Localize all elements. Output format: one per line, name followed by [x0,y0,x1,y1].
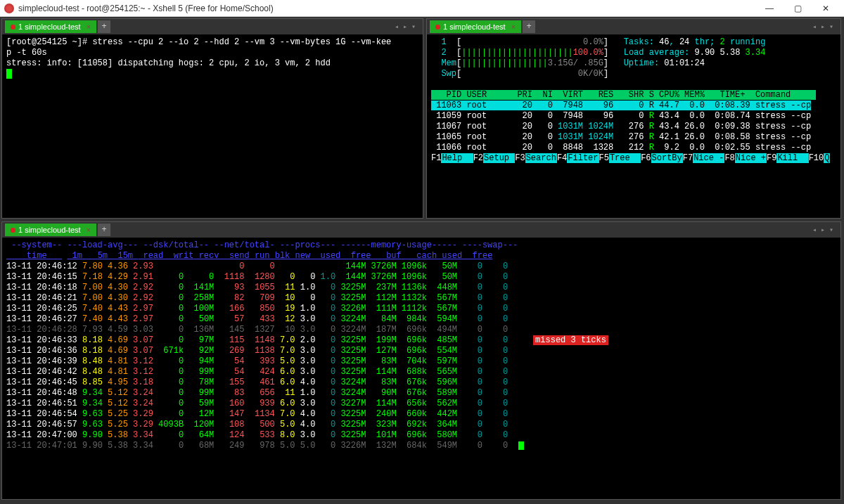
tab-terminal-3[interactable]: 1 simplecloud-test × [5,224,96,236]
app-icon [4,4,14,13]
terminal-2-panel: 1 simplecloud-test × + ◂ ▸ ▾ 1 [ 0.0%] T… [426,18,841,219]
tab-label: 1 simplecloud-test [18,226,81,234]
terminal-3-panel: 1 simplecloud-test × + ◂ ▸ ▾ --system-- … [1,221,841,500]
status-dot-icon [11,25,15,30]
close-icon[interactable]: × [87,226,91,234]
status-dot-icon [435,25,440,30]
cursor-icon [6,69,12,79]
tab-label: 1 simplecloud-test [443,22,506,31]
tab-nav-arrows[interactable]: ◂ ▸ ▾ [812,226,838,234]
tab-terminal-2[interactable]: 1 simplecloud-test × [430,20,521,33]
terminal-1-output[interactable]: [root@254125 ~]# stress --cpu 2 --io 2 -… [2,34,423,218]
close-button[interactable]: ✕ [812,4,840,13]
terminal-1-panel: 1 simplecloud-test × + ◂ ▸ ▾ [root@25412… [1,18,423,219]
add-tab-button[interactable]: + [98,224,110,236]
window-titlebar: simplecloud-test - root@254125:~ - Xshel… [0,0,844,17]
tab-terminal-1[interactable]: 1 simplecloud-test × [5,20,96,33]
htop-output[interactable]: 1 [ 0.0%] Tasks: 46, 24 thr; 2 running 2… [427,34,840,218]
tab-row-2: 1 simplecloud-test × + ◂ ▸ ▾ [427,19,840,34]
add-tab-button[interactable]: + [98,20,110,33]
tab-nav-arrows[interactable]: ◂ ▸ ▾ [812,22,838,31]
status-dot-icon [11,228,15,233]
add-tab-button[interactable]: + [523,20,535,33]
close-icon[interactable]: × [87,22,91,31]
maximize-button[interactable]: ▢ [784,4,812,13]
window-title: simplecloud-test - root@254125:~ - Xshel… [18,4,755,13]
tab-label: 1 simplecloud-test [18,22,81,31]
close-icon[interactable]: × [511,22,516,31]
dstat-output[interactable]: --system-- ---load-avg--- --dsk/total-- … [2,238,840,499]
tab-nav-arrows[interactable]: ◂ ▸ ▾ [395,22,420,31]
minimize-button[interactable]: — [755,4,784,13]
tab-row-1: 1 simplecloud-test × + ◂ ▸ ▾ [2,19,423,34]
tab-row-3: 1 simplecloud-test × + ◂ ▸ ▾ [2,222,840,238]
